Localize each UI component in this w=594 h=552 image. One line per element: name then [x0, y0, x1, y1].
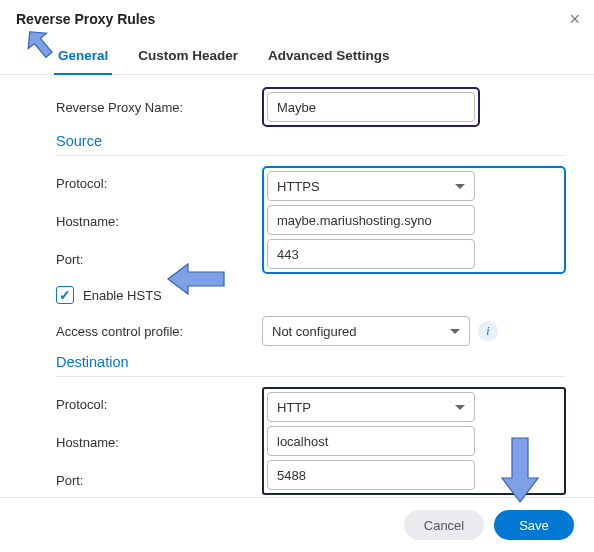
enable-hsts-checkbox[interactable]: ✓	[56, 286, 74, 304]
src-hostname-input[interactable]	[267, 205, 475, 235]
dst-protocol-value: HTTP	[277, 400, 311, 415]
save-button[interactable]: Save	[494, 510, 574, 540]
src-protocol-value: HTTPS	[277, 179, 320, 194]
name-label: Reverse Proxy Name:	[56, 100, 262, 115]
dialog-titlebar: Reverse Proxy Rules ×	[0, 0, 594, 34]
cancel-button[interactable]: Cancel	[404, 510, 484, 540]
tab-bar: General Custom Header Advanced Settings	[0, 34, 594, 75]
src-hostname-label: Hostname:	[56, 214, 262, 229]
src-port-input[interactable]	[267, 239, 475, 269]
tab-advanced-settings[interactable]: Advanced Settings	[264, 42, 394, 75]
dst-hostname-label: Hostname:	[56, 435, 262, 450]
dialog-body: Reverse Proxy Name: Source Protocol: Hos…	[0, 75, 594, 509]
access-control-profile-select[interactable]: Not configured	[262, 316, 470, 346]
dst-hostname-input[interactable]	[267, 426, 475, 456]
destination-highlight-box: HTTP	[262, 387, 566, 495]
dst-port-label: Port:	[56, 473, 262, 488]
reverse-proxy-name-input[interactable]	[267, 92, 475, 122]
dst-protocol-label: Protocol:	[56, 397, 262, 412]
source-heading: Source	[56, 133, 566, 156]
dialog-footer: Cancel Save	[0, 497, 594, 552]
dialog-title: Reverse Proxy Rules	[16, 11, 155, 27]
acp-label: Access control profile:	[56, 324, 262, 339]
chevron-down-icon	[455, 405, 465, 410]
chevron-down-icon	[450, 329, 460, 334]
tab-custom-header[interactable]: Custom Header	[134, 42, 242, 75]
enable-hsts-label: Enable HSTS	[83, 288, 162, 303]
dst-port-input[interactable]	[267, 460, 475, 490]
src-protocol-label: Protocol:	[56, 176, 262, 191]
chevron-down-icon	[455, 184, 465, 189]
acp-value: Not configured	[272, 324, 357, 339]
reverse-proxy-dialog: Reverse Proxy Rules × General Custom Hea…	[0, 0, 594, 552]
src-protocol-select[interactable]: HTTPS	[267, 171, 475, 201]
source-highlight-box: HTTPS	[262, 166, 566, 274]
info-icon[interactable]: i	[478, 321, 498, 341]
dst-protocol-select[interactable]: HTTP	[267, 392, 475, 422]
close-icon[interactable]: ×	[569, 10, 580, 28]
tab-general[interactable]: General	[54, 42, 112, 75]
destination-heading: Destination	[56, 354, 566, 377]
src-port-label: Port:	[56, 252, 262, 267]
name-highlight-box	[262, 87, 480, 127]
